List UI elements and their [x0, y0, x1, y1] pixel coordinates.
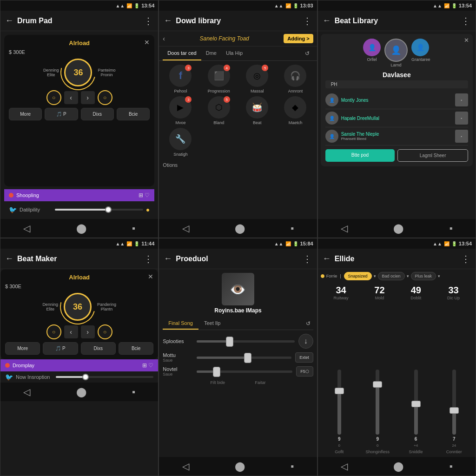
v-thumb-0[interactable] — [335, 388, 344, 394]
nav-home-2[interactable]: ⬤ — [235, 223, 245, 234]
icon-circle-1[interactable]: ⬛ 4 — [208, 65, 230, 87]
bcie-button-4[interactable]: Bcie — [119, 342, 153, 355]
dl-tab-3[interactable]: Ula Hip — [221, 46, 247, 60]
knob-left[interactable]: ○ — [46, 90, 61, 105]
dl-tab-2[interactable]: Dme — [201, 46, 221, 60]
dixs-button[interactable]: Dixs — [81, 108, 114, 120]
follow-button[interactable]: PH — [325, 80, 468, 88]
download-btn-0[interactable]: ↓ — [298, 334, 313, 349]
fader-track-2[interactable] — [197, 370, 292, 373]
lagml-sheer-button[interactable]: Lagml Sheer — [397, 149, 468, 162]
back-button-6[interactable]: ← — [323, 254, 331, 264]
fader-track-0[interactable] — [197, 340, 294, 343]
nav-back-4[interactable]: ◁ — [23, 386, 30, 397]
nav-back-1[interactable]: ◁ — [23, 223, 30, 234]
icon-circle-4[interactable]: ▶ 3 — [169, 96, 192, 119]
nav-recent-3[interactable]: ▪ — [450, 223, 453, 234]
prev-button-4[interactable]: ‹ — [64, 325, 78, 338]
filter-chip-2[interactable]: Bad ocien — [378, 272, 405, 280]
prev-button[interactable]: ‹ — [64, 91, 78, 104]
more-menu-4[interactable]: ⋮ — [144, 253, 153, 264]
nav-home-5[interactable]: ⬤ — [235, 461, 245, 472]
v-track-1[interactable] — [376, 370, 379, 435]
more-menu-3[interactable]: ⋮ — [461, 15, 471, 26]
fader-thumb-1[interactable] — [244, 353, 251, 363]
more-button[interactable]: More — [9, 108, 42, 120]
effect-btn-2[interactable]: F5⬡ — [296, 366, 313, 377]
icon-circle-8[interactable]: 🔧 — [169, 128, 192, 150]
nav-recent-2[interactable]: ▪ — [291, 223, 294, 234]
more-button-4[interactable]: More — [5, 342, 40, 355]
drum-knob[interactable]: 36 — [64, 59, 92, 86]
refresh-icon[interactable]: ↺ — [301, 46, 313, 60]
dl-tab-1[interactable]: Doos tar ced — [163, 46, 201, 60]
p-button[interactable]: 🎵 P — [45, 108, 78, 120]
options-label[interactable]: Otions — [163, 162, 313, 168]
back-button-5[interactable]: ← — [164, 254, 172, 264]
slider-track-1[interactable] — [55, 209, 143, 211]
nav-recent-4[interactable]: ▪ — [132, 387, 135, 397]
nav-back-3[interactable]: ◁ — [341, 223, 348, 234]
modal-close-button[interactable]: ✕ — [464, 37, 469, 44]
v-thumb-1[interactable] — [373, 381, 382, 388]
icon-circle-2[interactable]: ◎ 5 — [246, 65, 268, 87]
nav-recent-6[interactable]: ▪ — [450, 461, 453, 472]
effect-btn-1[interactable]: Extet — [295, 352, 313, 363]
nav-home-1[interactable]: ⬤ — [76, 223, 86, 234]
prod-refresh-icon[interactable]: ↺ — [303, 317, 313, 330]
more-menu-5[interactable]: ⋮ — [303, 253, 312, 264]
icon-circle-0[interactable]: f 3 — [169, 65, 192, 87]
dl-adding-button[interactable]: Adding > — [284, 34, 313, 43]
drum-knob-4[interactable]: 36 — [64, 293, 92, 321]
icon-circle-6[interactable]: 🥁 — [246, 96, 268, 119]
nav-home-3[interactable]: ⬤ — [393, 223, 403, 234]
v-thumb-3[interactable] — [450, 407, 459, 414]
back-button-2[interactable]: ← — [164, 16, 172, 26]
nav-back-5[interactable]: ◁ — [182, 461, 189, 472]
btte-pod-button[interactable]: Btte pod — [325, 149, 395, 162]
bcie-button[interactable]: Bcie — [117, 108, 150, 120]
nav-recent-1[interactable]: ▪ — [132, 223, 135, 234]
close-button-4[interactable]: ✕ — [148, 273, 153, 280]
icon-circle-7[interactable]: ◆ — [284, 96, 306, 119]
more-menu-6[interactable]: ⋮ — [461, 253, 471, 264]
knob-right-4[interactable]: ○ — [98, 324, 112, 339]
v-thumb-2[interactable] — [411, 401, 421, 407]
back-button-3[interactable]: ← — [323, 16, 331, 26]
filter-chip-1[interactable]: Snapsized — [344, 272, 372, 280]
prod-tab-2[interactable]: Teet Ilp — [198, 317, 226, 330]
fader-track-1[interactable] — [197, 357, 291, 359]
p-button-4[interactable]: 🎵 P — [43, 342, 78, 355]
slider-thumb-4[interactable] — [82, 374, 89, 380]
next-button-4[interactable]: › — [81, 325, 95, 338]
icon-circle-3[interactable]: 🎧 — [284, 65, 306, 87]
back-button-4[interactable]: ← — [5, 254, 13, 264]
fader-thumb-0[interactable] — [226, 337, 233, 347]
knob-right[interactable]: ○ — [98, 90, 112, 105]
next-button[interactable]: › — [81, 91, 95, 104]
v-track-3[interactable] — [452, 370, 456, 435]
slider-thumb-1[interactable] — [105, 206, 112, 213]
radio-dot-selected[interactable] — [321, 274, 324, 278]
filter-chip-3[interactable]: Plus leak — [411, 272, 436, 280]
more-menu-2[interactable]: ⋮ — [303, 15, 312, 26]
close-button-1[interactable]: ✕ — [144, 39, 150, 46]
nav-recent-5[interactable]: ▪ — [291, 461, 294, 472]
nav-home-6[interactable]: ⬤ — [393, 461, 403, 472]
nav-back-6[interactable]: ◁ — [341, 461, 348, 472]
more-menu-1[interactable]: ⋮ — [144, 15, 153, 26]
slider-track-4[interactable] — [56, 376, 153, 378]
v-track-0[interactable] — [337, 370, 341, 435]
prod-tab-1[interactable]: Final Song — [163, 317, 198, 330]
back-button-1[interactable]: ← — [5, 16, 13, 26]
icon-circle-5[interactable]: ⬡ 5 — [208, 96, 230, 119]
nav-home-4[interactable]: ⬤ — [76, 386, 86, 397]
knob-left-4[interactable]: ○ — [46, 324, 61, 339]
icon-symbol-3: 🎧 — [290, 71, 300, 81]
stat-label-3: Dic Up — [447, 296, 460, 300]
nav-back-2[interactable]: ◁ — [182, 223, 189, 234]
dixs-button-4[interactable]: Dixs — [81, 342, 116, 355]
dl-back-small[interactable]: ‹ — [163, 35, 165, 42]
fader-thumb-2[interactable] — [213, 367, 220, 377]
v-track-2[interactable] — [414, 370, 418, 435]
